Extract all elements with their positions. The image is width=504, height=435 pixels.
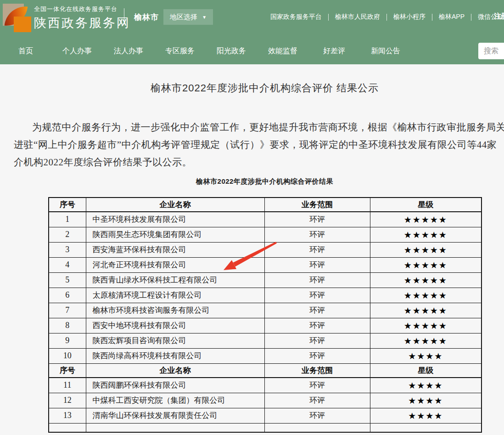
column-header: 企业名称: [86, 198, 264, 212]
site-name: 陕西政务服务网: [34, 15, 130, 31]
cell-business-scope: 环评: [264, 272, 370, 288]
column-header: 业务范围: [264, 198, 370, 212]
cell-index: 10: [49, 348, 86, 363]
nav-item[interactable]: 法人办事: [103, 38, 154, 64]
cell-star-rating: ★★★★★: [370, 272, 482, 288]
region-select-button[interactable]: 地区选择 ▼: [163, 9, 213, 25]
column-header: 业务范围: [264, 363, 370, 378]
cell-business-scope: 环评: [264, 348, 370, 363]
table-row: 3西安海蓝环保科技有限公司环评★★★★★: [49, 242, 482, 257]
cell-clipped: [86, 423, 264, 432]
table-header-row: 序号企业名称业务范围星级: [49, 363, 482, 378]
cell-star-rating: ★★★★★: [370, 257, 482, 272]
platform-tagline: 全国一体化在线政务服务平台: [34, 5, 130, 14]
table-row: 11陕西阔鹏环保科技有限公司环评★★★★: [49, 378, 482, 393]
column-header: 序号: [49, 198, 86, 212]
table-row: 2陕西雨昊生态环境集团有限公司环评★★★★★: [49, 227, 482, 242]
table-row: 12中煤科工西安研究院（集团）有限公司环评★★★★: [49, 393, 482, 408]
cell-business-scope: 环评: [264, 318, 370, 333]
cell-company-name: 陕西尚绿高科环境科技有限公司: [86, 348, 264, 363]
top-link[interactable]: 国家政务服务平台: [264, 13, 328, 21]
table-row: 9陕西宏辉项目咨询有限公司环评★★★★★: [49, 333, 482, 348]
announcement-page: 榆林市2022年度涉批中介机构综合评价 结果公示 为规范中介服务行为，进一步强化…: [0, 81, 504, 433]
table-row: 6太原核清环境工程设计有限公司环评★★★★★: [49, 288, 482, 303]
cell-star-rating: ★★★★★: [370, 212, 482, 227]
paragraph-line: 为规范中介服务行为，进一步强化中介监管工作，更好地提升我市营商环境，根据《榆林市…: [14, 119, 504, 136]
table-row: 8西安中地环境科技有限公司环评★★★★★: [49, 318, 482, 333]
page-title: 榆林市2022年度涉批中介机构综合评价 结果公示: [0, 81, 504, 95]
cell-index: 2: [49, 227, 86, 242]
cell-star-rating: ★★★★: [370, 408, 482, 423]
table-header-row: 序号企业名称业务范围星级: [49, 198, 482, 212]
cell-business-scope: 环评: [264, 227, 370, 242]
nav-item[interactable]: 效能监督: [257, 38, 308, 64]
cell-company-name: 榆林市环境科技咨询服务有限公司: [86, 303, 264, 318]
table-row: 5陕西青山绿水环保科技工程有限公司环评★★★★★: [49, 272, 482, 288]
cell-index: 13: [49, 408, 86, 423]
current-city-label: 榆林市: [134, 12, 159, 23]
cell-clipped: [49, 423, 86, 432]
search-input[interactable]: [478, 43, 504, 59]
nav-item[interactable]: 专区服务: [154, 38, 206, 64]
cell-business-scope: 环评: [264, 212, 370, 227]
table-row: 4河北奇正环境科技有限公司环评★★★★★: [49, 257, 482, 272]
table-row: 7榆林市环境科技咨询服务有限公司环评★★★★★: [49, 303, 482, 318]
nav-item[interactable]: 阳光政务: [206, 38, 257, 64]
cell-star-rating: ★★★★: [370, 393, 482, 408]
announcement-paragraph: 为规范中介服务行为，进一步强化中介监管工作，更好地提升我市营商环境，根据《榆林市…: [14, 119, 504, 171]
cell-index: 8: [49, 318, 86, 333]
cell-index: 7: [49, 303, 86, 318]
table-caption: 榆林市2022年度涉批中介机构综合评价结果: [0, 177, 504, 186]
cell-company-name: 西安中地环境科技有限公司: [86, 318, 264, 333]
cell-company-name: 陕西阔鹏环保科技有限公司: [86, 378, 264, 393]
cell-business-scope: 环评: [264, 303, 370, 318]
cell-index: 11: [49, 378, 86, 393]
cell-business-scope: 环评: [264, 288, 370, 303]
header-divider: [124, 8, 124, 24]
top-links: 国家政务服务平台榆林市人民政府榆林小程序榆林APP微信公众号: [264, 0, 504, 34]
cell-star-rating: ★★★★: [370, 378, 482, 393]
cell-star-rating: ★★★★: [370, 348, 482, 363]
brand-text: 全国一体化在线政务服务平台 陕西政务服务网: [34, 5, 130, 31]
cell-clipped: [264, 423, 370, 432]
cell-index: 3: [49, 242, 86, 257]
column-header: 星级: [370, 198, 482, 212]
cell-business-scope: 环评: [264, 378, 370, 393]
cell-company-name: 陕西青山绿水环保科技工程有限公司: [86, 272, 264, 288]
cell-star-rating: ★★★★★: [370, 227, 482, 242]
cell-company-name: 陕西宏辉项目咨询有限公司: [86, 333, 264, 348]
cell-index: 5: [49, 272, 86, 288]
cell-company-name: 陕西雨昊生态环境集团有限公司: [86, 227, 264, 242]
cell-clipped: [370, 423, 482, 432]
paragraph-line: 介机构2022年度综合评价结果予以公示。: [14, 153, 504, 171]
paragraph-line: 进驻“网上中介服务超市”中介机构考评管理规定（试行）》要求，现将评定的中圣环境科…: [14, 136, 504, 153]
cell-index: 9: [49, 333, 86, 348]
cell-business-scope: 环评: [264, 257, 370, 272]
top-link[interactable]: 榆林小程序: [387, 13, 432, 21]
nav-item[interactable]: 好差评: [308, 38, 360, 64]
evaluation-results-table: 序号企业名称业务范围星级1中圣环境科技发展有限公司环评★★★★★2陕西雨昊生态环…: [48, 197, 482, 433]
cell-company-name: 太原核清环境工程设计有限公司: [86, 288, 264, 303]
cell-index: 1: [49, 212, 86, 227]
top-link[interactable]: 榆林APP: [432, 13, 471, 21]
cell-business-scope: 环评: [264, 333, 370, 348]
cell-company-name: 渭南华山环保科技发展有限责任公司: [86, 408, 264, 423]
cell-company-name: 中圣环境科技发展有限公司: [86, 212, 264, 227]
nav-item[interactable]: 首页: [0, 38, 51, 64]
chevron-down-icon: ▼: [202, 10, 207, 25]
table-row: 1中圣环境科技发展有限公司环评★★★★★: [49, 212, 482, 227]
cell-star-rating: ★★★★★: [370, 333, 482, 348]
nav-item[interactable]: 新闻公告: [360, 38, 411, 64]
cell-index: 12: [49, 393, 86, 408]
column-header: 星级: [370, 363, 482, 378]
cell-index: 6: [49, 288, 86, 303]
top-link[interactable]: 榆林市人民政府: [329, 13, 386, 21]
topbar: 全国一体化在线政务服务平台 陕西政务服务网 榆林市 地区选择 ▼ 国家政务服务平…: [0, 0, 504, 38]
site-logo-icon: [3, 4, 30, 30]
cell-company-name: 西安海蓝环保科技有限公司: [86, 242, 264, 257]
cell-business-scope: 环评: [264, 242, 370, 257]
nav-item[interactable]: 个人办事: [51, 38, 103, 64]
register-link[interactable]: 注册: [494, 12, 504, 21]
cell-star-rating: ★★★★★: [370, 303, 482, 318]
cell-company-name: 河北奇正环境科技有限公司: [86, 257, 264, 272]
